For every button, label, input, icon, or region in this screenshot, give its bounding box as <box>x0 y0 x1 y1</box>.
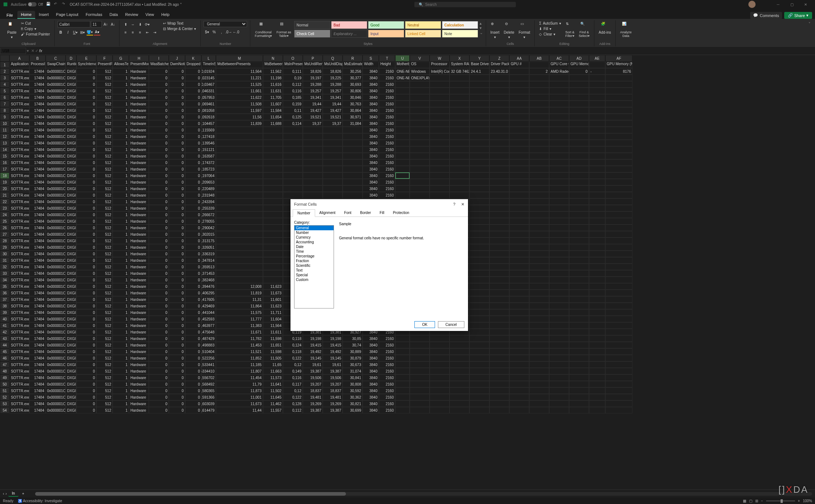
cell-E15[interactable]: 0 <box>76 153 96 159</box>
cell-H27[interactable]: Hardware <box>129 231 149 238</box>
cell-X10[interactable] <box>450 120 469 127</box>
cell-AF34[interactable] <box>605 277 632 283</box>
cell-V14[interactable] <box>410 146 430 153</box>
cell-A26[interactable]: SOTTR.exe <box>9 224 29 231</box>
cell-AB9[interactable] <box>529 114 549 120</box>
cell-AA38[interactable] <box>509 303 529 309</box>
cell-H4[interactable]: Hardware <box>129 81 149 88</box>
col-header-N[interactable]: N <box>263 55 283 62</box>
cell-H31[interactable]: Hardware <box>129 257 149 264</box>
cell-P50[interactable]: 19,207 <box>303 381 323 387</box>
cell-AB39[interactable] <box>529 309 549 316</box>
cell-C18[interactable]: 0x000001C <box>46 172 66 179</box>
cell-E35[interactable]: 0 <box>76 283 96 290</box>
cell-F35[interactable]: 512 <box>96 283 113 290</box>
cell-H25[interactable]: Hardware <box>129 218 149 224</box>
row-header-33[interactable]: 33 <box>0 270 9 277</box>
field-header[interactable]: Application <box>9 62 29 68</box>
cell-D4[interactable]: DXGI <box>66 81 76 88</box>
cell-K32[interactable]: 0 <box>185 264 201 270</box>
row-header-16[interactable]: 16 <box>0 159 9 166</box>
cell-K35[interactable]: 0 <box>185 283 201 290</box>
cell-F52[interactable]: 512 <box>96 394 113 400</box>
cell-M4[interactable]: 11,525 <box>216 81 263 88</box>
cell-J25[interactable]: 0 <box>169 218 185 224</box>
cell-D29[interactable]: DXGI <box>66 244 76 251</box>
cell-Z8[interactable] <box>489 107 509 114</box>
row-header-48[interactable]: 48 <box>0 368 9 374</box>
cell-L45[interactable]: 0,510404 <box>201 348 216 355</box>
row-header-7[interactable]: 7 <box>0 101 9 107</box>
cell-B18[interactable]: 17484 <box>29 172 46 179</box>
cell-Y8[interactable] <box>469 107 489 114</box>
cell-H23[interactable]: Hardware <box>129 205 149 211</box>
cell-I9[interactable]: 0 <box>149 114 169 120</box>
cell-G21[interactable]: 1 <box>113 192 129 198</box>
align-bottom-icon[interactable]: ⬇ <box>137 21 143 28</box>
cell-C13[interactable]: 0x000001C <box>46 140 66 146</box>
cell-D11[interactable]: DXGI <box>66 127 76 133</box>
cell-AB43[interactable] <box>529 335 549 342</box>
cell-R3[interactable]: 30,377 <box>343 75 363 81</box>
cell-V13[interactable] <box>410 140 430 146</box>
tab-data[interactable]: Data <box>106 11 121 19</box>
cell-H2[interactable]: Hardware <box>129 68 149 75</box>
cell-I50[interactable]: 0 <box>149 381 169 387</box>
cell-S7[interactable]: 3840 <box>363 101 379 107</box>
row-header-14[interactable]: 14 <box>0 146 9 153</box>
cell-N7[interactable]: 11,607 <box>263 101 283 107</box>
cell-K2[interactable]: 0 <box>185 68 201 75</box>
cell-E47[interactable]: 0 <box>76 361 96 368</box>
row-header-4[interactable]: 4 <box>0 81 9 88</box>
cell-H24[interactable]: Hardware <box>129 211 149 218</box>
cell-AA47[interactable] <box>509 361 529 368</box>
cell-H54[interactable]: Hardware <box>129 407 149 413</box>
cell-D3[interactable]: DXGI <box>66 75 76 81</box>
cell-AE48[interactable] <box>589 368 605 374</box>
cell-K22[interactable]: 0 <box>185 198 201 205</box>
cell-C52[interactable]: 0x000001C <box>46 394 66 400</box>
field-header[interactable]: MsInPresentAPI <box>283 62 303 68</box>
cell-D2[interactable]: DXGI <box>66 68 76 75</box>
cell-Z31[interactable] <box>489 257 509 264</box>
cell-style-bad[interactable]: Bad <box>331 21 367 29</box>
cell-F13[interactable]: 512 <box>96 140 113 146</box>
cell-Z20[interactable] <box>489 185 509 192</box>
cell-J12[interactable]: 0 <box>169 133 185 140</box>
cell-T15[interactable]: 2160 <box>379 153 395 159</box>
cell-C35[interactable]: 0x000001C <box>46 283 66 290</box>
cell-L36[interactable]: 0,406295 <box>201 290 216 296</box>
cell-AD28[interactable] <box>569 238 589 244</box>
cell-Z34[interactable] <box>489 277 509 283</box>
cell-O51[interactable]: 0,12 <box>283 387 303 394</box>
cell-Z38[interactable] <box>489 303 509 309</box>
cell-L43[interactable]: 0,487429 <box>201 335 216 342</box>
cell-B45[interactable]: 17484 <box>29 348 46 355</box>
cell-G48[interactable]: 1 <box>113 368 129 374</box>
cell-A40[interactable]: SOTTR.exe <box>9 316 29 322</box>
cell-Y22[interactable] <box>469 198 489 205</box>
cell-D40[interactable]: DXGI <box>66 316 76 322</box>
cell-G10[interactable]: 1 <box>113 120 129 127</box>
cell-D16[interactable]: DXGI <box>66 159 76 166</box>
cell-V48[interactable] <box>410 368 430 374</box>
cell-D12[interactable]: DXGI <box>66 133 76 140</box>
cell-AC33[interactable] <box>549 270 569 277</box>
cell-AB33[interactable] <box>529 270 549 277</box>
row-header-47[interactable]: 47 <box>0 361 9 368</box>
cell-S53[interactable]: 3840 <box>363 400 379 407</box>
cell-K37[interactable]: 0 <box>185 296 201 303</box>
undo-icon[interactable]: ↶ <box>54 2 59 7</box>
cell-AA14[interactable] <box>509 146 529 153</box>
cell-AE24[interactable] <box>589 211 605 218</box>
cell-AB21[interactable] <box>529 192 549 198</box>
cell-D52[interactable]: DXGI <box>66 394 76 400</box>
cell-W51[interactable] <box>430 387 450 394</box>
cell-E52[interactable]: 0 <box>76 394 96 400</box>
cell-M23[interactable] <box>216 205 263 211</box>
cell-Y13[interactable] <box>469 140 489 146</box>
cell-A53[interactable]: SOTTR.exe <box>9 400 29 407</box>
cell-H18[interactable]: Hardware <box>129 172 149 179</box>
cell-J42[interactable]: 0 <box>169 329 185 335</box>
cell-E24[interactable]: 0 <box>76 211 96 218</box>
